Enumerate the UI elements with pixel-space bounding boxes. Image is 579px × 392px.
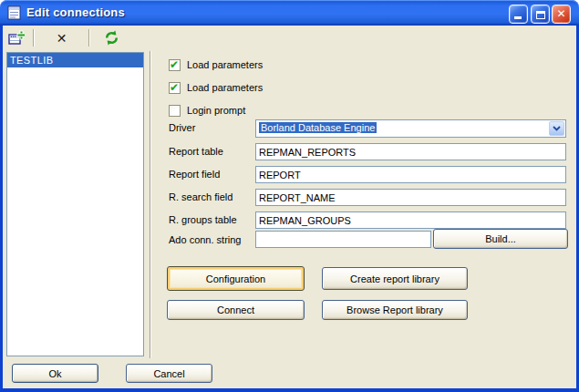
add-connection-button[interactable] bbox=[5, 26, 27, 49]
configuration-button[interactable]: Configuration bbox=[167, 266, 305, 291]
refresh-button[interactable] bbox=[100, 26, 123, 49]
combobox-dropdown-button[interactable] bbox=[549, 121, 564, 136]
report-table-input[interactable] bbox=[255, 143, 566, 160]
browse-report-library-button[interactable]: Browse Report library bbox=[322, 300, 468, 320]
toolbar: ✕ bbox=[3, 26, 576, 50]
minimize-button[interactable] bbox=[509, 5, 528, 24]
delete-connection-button[interactable]: ✕ bbox=[50, 26, 73, 49]
table-plus-icon bbox=[8, 30, 25, 46]
load-parameters-checkbox-2[interactable]: ✔ Load parameters bbox=[169, 80, 263, 95]
checkbox-label: Load parameters bbox=[187, 82, 263, 93]
check-icon: ✔ bbox=[170, 58, 179, 71]
cancel-button[interactable]: Cancel bbox=[126, 364, 212, 383]
checkbox-box[interactable]: ✔ bbox=[169, 59, 181, 71]
report-field-input[interactable] bbox=[255, 166, 566, 183]
report-groups-table-input[interactable] bbox=[255, 211, 566, 229]
driver-combobox[interactable]: Borland Database Engine bbox=[255, 119, 566, 138]
window-icon bbox=[7, 5, 21, 20]
check-icon: ✔ bbox=[170, 81, 179, 94]
checkbox-label: Login prompt bbox=[187, 105, 245, 116]
maximize-button[interactable] bbox=[531, 5, 550, 24]
connections-listbox[interactable]: TESTLIB bbox=[6, 52, 144, 356]
create-report-library-button[interactable]: Create report library bbox=[322, 267, 468, 290]
toolbar-separator bbox=[88, 29, 90, 46]
checkbox-box[interactable] bbox=[169, 105, 181, 117]
ado-conn-string-input[interactable] bbox=[255, 231, 431, 248]
login-prompt-checkbox[interactable]: Login prompt bbox=[169, 103, 245, 118]
minimize-icon bbox=[514, 16, 522, 19]
close-icon: ✕ bbox=[553, 5, 570, 23]
report-groups-table-label: R. groups table bbox=[169, 213, 237, 226]
titlebar[interactable]: Edit connections ✕ bbox=[0, 0, 579, 26]
ado-conn-string-label: Ado conn. string bbox=[169, 233, 242, 246]
checkbox-label: Load parameters bbox=[187, 59, 263, 70]
report-table-label: Report table bbox=[169, 145, 223, 158]
delete-x-icon: ✕ bbox=[57, 32, 67, 45]
report-search-field-input[interactable] bbox=[255, 189, 566, 206]
driver-label: Driver bbox=[169, 121, 195, 134]
toolbar-separator bbox=[33, 29, 35, 46]
checkbox-box[interactable]: ✔ bbox=[169, 82, 181, 94]
driver-selected-value: Borland Database Engine bbox=[259, 122, 377, 133]
edit-connections-dialog: Edit connections ✕ bbox=[0, 0, 579, 392]
connect-button[interactable]: Connect bbox=[167, 300, 305, 320]
report-search-field-label: R. search field bbox=[169, 191, 233, 203]
report-field-label: Report field bbox=[169, 168, 220, 181]
refresh-icon bbox=[104, 30, 119, 46]
chevron-down-icon bbox=[553, 126, 561, 131]
window-title: Edit connections bbox=[26, 0, 125, 26]
close-button[interactable]: ✕ bbox=[552, 5, 571, 24]
maximize-icon bbox=[536, 11, 545, 19]
list-item[interactable]: TESTLIB bbox=[7, 53, 143, 67]
dialog-body: ✕ TESTLIB ✔ Load parameters bbox=[0, 26, 579, 392]
build-button[interactable]: Build... bbox=[433, 229, 568, 249]
load-parameters-checkbox-1[interactable]: ✔ Load parameters bbox=[169, 57, 263, 72]
ok-button[interactable]: Ok bbox=[12, 364, 98, 383]
panel-divider bbox=[150, 51, 151, 358]
